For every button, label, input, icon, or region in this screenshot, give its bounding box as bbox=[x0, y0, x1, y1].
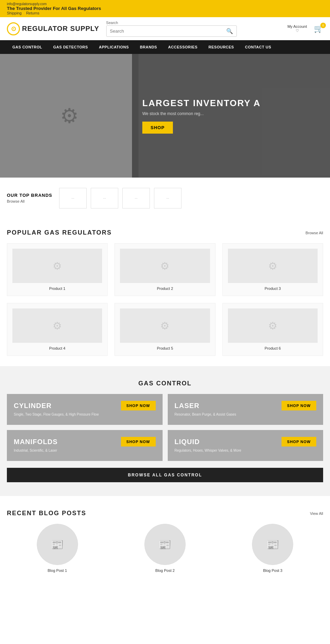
product-name-6: Product 6 bbox=[228, 346, 318, 350]
popular-section-header: POPULAR GAS REGULATORS Browse All bbox=[7, 229, 323, 236]
gas-control-title: GAS CONTROL bbox=[7, 380, 323, 387]
header-right: My Account ♡ 🛒 0 bbox=[287, 24, 323, 33]
brand-logo-4: ··· bbox=[154, 188, 182, 208]
blog-title: RECENT BLOG POSTS bbox=[7, 510, 86, 517]
hero-subtitle: We stock the most common reg... bbox=[142, 111, 204, 116]
brand-logo-2: ··· bbox=[91, 188, 118, 208]
liquid-shop-now-btn[interactable]: SHOP NOW bbox=[282, 437, 316, 447]
gas-card-manifolds: MANIFOLDS SHOP NOW Industrial, Scientifi… bbox=[7, 430, 163, 461]
blog-post-title-1: Blog Post 1 bbox=[7, 568, 108, 573]
header: ⊙ Regulator Supply Search 🔍 My Account ♡… bbox=[0, 17, 330, 40]
nav-applications[interactable]: APPLICATIONS bbox=[94, 40, 134, 54]
gas-control-section: GAS CONTROL CYLINDER SHOP NOW Single, Tw… bbox=[0, 366, 330, 496]
nav-gas-control[interactable]: GAS CONTROL bbox=[7, 40, 48, 54]
gear-image: ⚙ bbox=[0, 54, 139, 178]
brands-section: OUR TOP BRANDS Browse All ··· ··· ··· ··… bbox=[0, 178, 330, 219]
returns-link[interactable]: Returns bbox=[26, 11, 40, 15]
hero-content: LARGEST INVENTORY A We stock the most co… bbox=[132, 54, 330, 178]
search-area: Search 🔍 bbox=[106, 21, 237, 37]
brand-logo-1: ··· bbox=[59, 188, 87, 208]
brands-browse-all-link[interactable]: Browse All bbox=[7, 199, 24, 203]
my-account-area: My Account ♡ bbox=[287, 24, 307, 33]
browse-all-gas-control-btn[interactable]: BROWSE ALL GAS CONTROL bbox=[7, 468, 323, 482]
manifolds-shop-now-btn[interactable]: SHOP NOW bbox=[121, 437, 156, 447]
product-name-2: Product 2 bbox=[120, 286, 210, 291]
nav-gas-detectors[interactable]: GAS DETECTORS bbox=[48, 40, 94, 54]
product-image-6: ⚙ bbox=[228, 308, 318, 343]
gas-card-liquid-inner: LIQUID SHOP NOW bbox=[175, 437, 317, 447]
cylinder-shop-now-btn[interactable]: SHOP NOW bbox=[121, 401, 156, 410]
nav-resources[interactable]: RESOURCES bbox=[203, 40, 240, 54]
gas-card-laser-sub: Resonator, Beam Purge, & Assist Gases bbox=[175, 413, 317, 416]
shipping-link[interactable]: Shipping bbox=[7, 11, 22, 15]
email-text: info@regulatorsupply.com bbox=[7, 2, 323, 6]
product-name-5: Product 5 bbox=[120, 346, 210, 350]
search-label: Search bbox=[106, 21, 237, 25]
gas-card-laser: LASER SHOP NOW Resonator, Beam Purge, & … bbox=[168, 394, 323, 425]
gas-card-cylinder-inner: CYLINDER SHOP NOW bbox=[14, 401, 156, 410]
gas-card-laser-title: LASER bbox=[175, 402, 200, 410]
brands-heading: OUR TOP BRANDS bbox=[7, 193, 52, 198]
brand-logo-3: ··· bbox=[122, 188, 150, 208]
product-card-3[interactable]: ⚙ Product 3 bbox=[222, 243, 323, 296]
gas-card-manifolds-inner: MANIFOLDS SHOP NOW bbox=[14, 437, 156, 447]
brand-logos-row: ··· ··· ··· ··· bbox=[59, 188, 182, 208]
my-account-label: My Account bbox=[287, 24, 307, 29]
products-grid: ⚙ Product 1 ⚙ Product 2 ⚙ Product 3 ⚙ Pr… bbox=[7, 243, 323, 356]
blog-card-3[interactable]: 📰 Blog Post 3 bbox=[222, 524, 323, 573]
product-image-2: ⚙ bbox=[120, 249, 210, 283]
blog-img-1: 📰 bbox=[37, 524, 78, 565]
blog-grid: 📰 Blog Post 1 📰 Blog Post 2 📰 Blog Post … bbox=[7, 524, 323, 573]
hero-banner: ⚙ LARGEST INVENTORY A We stock the most … bbox=[0, 54, 330, 178]
gas-card-cylinder: CYLINDER SHOP NOW Single, Two Stage, Flo… bbox=[7, 394, 163, 425]
popular-title: POPULAR GAS REGULATORS bbox=[7, 229, 112, 236]
nav-accessories[interactable]: ACCESSORIES bbox=[163, 40, 203, 54]
gas-card-liquid-sub: Regulators, Hoses, Whisper Valves, & Mor… bbox=[175, 449, 317, 452]
product-image-5: ⚙ bbox=[120, 308, 210, 343]
blog-view-all-link[interactable]: View All bbox=[310, 511, 323, 516]
product-name-1: Product 1 bbox=[12, 286, 102, 291]
brands-label-area: OUR TOP BRANDS Browse All bbox=[7, 193, 52, 204]
blog-post-title-2: Blog Post 2 bbox=[114, 568, 215, 573]
laser-shop-now-btn[interactable]: SHOP NOW bbox=[282, 401, 316, 410]
blog-card-2[interactable]: 📰 Blog Post 2 bbox=[114, 524, 215, 573]
search-icon: 🔍 bbox=[226, 28, 233, 34]
product-image-3: ⚙ bbox=[228, 249, 318, 283]
hero-title: LARGEST INVENTORY A bbox=[142, 98, 261, 109]
blog-card-1[interactable]: 📰 Blog Post 1 bbox=[7, 524, 108, 573]
product-card-1[interactable]: ⚙ Product 1 bbox=[7, 243, 108, 296]
wishlist-icon[interactable]: ♡ bbox=[287, 29, 307, 33]
blog-post-title-3: Blog Post 3 bbox=[222, 568, 323, 573]
logo-area: ⊙ Regulator Supply bbox=[7, 22, 99, 35]
gas-card-cylinder-title: CYLINDER bbox=[14, 402, 52, 410]
gas-grid: CYLINDER SHOP NOW Single, Two Stage, Flo… bbox=[7, 394, 323, 461]
nav-brands[interactable]: BRANDS bbox=[134, 40, 163, 54]
product-card-5[interactable]: ⚙ Product 5 bbox=[114, 303, 215, 356]
cart-wrap[interactable]: 🛒 0 bbox=[314, 24, 323, 33]
product-name-3: Product 3 bbox=[228, 286, 318, 291]
blog-img-3: 📰 bbox=[252, 524, 293, 565]
nav-contact-us[interactable]: CONTACT US bbox=[240, 40, 277, 54]
product-card-2[interactable]: ⚙ Product 2 bbox=[114, 243, 215, 296]
cart-badge: 0 bbox=[320, 23, 326, 28]
product-image-1: ⚙ bbox=[12, 249, 102, 283]
popular-section: POPULAR GAS REGULATORS Browse All ⚙ Prod… bbox=[0, 219, 330, 366]
blog-section-header: RECENT BLOG POSTS View All bbox=[7, 510, 323, 517]
logo-text: Regulator Supply bbox=[22, 25, 99, 33]
tagline-text: The Trusted Provider For All Gas Regulat… bbox=[7, 6, 323, 11]
product-card-6[interactable]: ⚙ Product 6 bbox=[222, 303, 323, 356]
top-bar: info@regulatorsupply.com The Trusted Pro… bbox=[0, 0, 330, 17]
gas-card-manifolds-title: MANIFOLDS bbox=[14, 438, 58, 446]
product-name-4: Product 4 bbox=[12, 346, 102, 350]
popular-browse-all-link[interactable]: Browse All bbox=[306, 231, 323, 235]
blog-section: RECENT BLOG POSTS View All 📰 Blog Post 1… bbox=[0, 496, 330, 586]
hero-shop-button[interactable]: SHOP bbox=[142, 122, 173, 134]
product-card-4[interactable]: ⚙ Product 4 bbox=[7, 303, 108, 356]
logo-circle-icon: ⊙ bbox=[7, 22, 20, 35]
product-image-4: ⚙ bbox=[12, 308, 102, 343]
gas-card-liquid: LIQUID SHOP NOW Regulators, Hoses, Whisp… bbox=[168, 430, 323, 461]
search-input[interactable] bbox=[110, 29, 226, 34]
blog-img-2: 📰 bbox=[144, 524, 186, 565]
gas-card-laser-inner: LASER SHOP NOW bbox=[175, 401, 317, 410]
main-nav: GAS CONTROL GAS DETECTORS APPLICATIONS B… bbox=[0, 40, 330, 54]
